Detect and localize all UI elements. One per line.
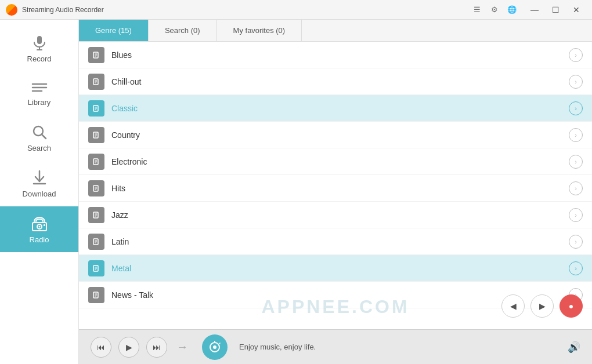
tab-favorites[interactable]: My favorites (0) bbox=[217, 20, 302, 41]
genre-item[interactable]: Electronic› bbox=[79, 148, 592, 175]
genre-arrow-icon: › bbox=[569, 181, 583, 195]
main-layout: Record Library Search bbox=[0, 20, 592, 364]
svg-rect-0 bbox=[37, 36, 42, 44]
sidebar-item-library[interactable]: Library bbox=[0, 71, 78, 115]
genre-name: Blues bbox=[111, 50, 569, 60]
tabs-bar: Genre (15) Search (0) My favorites (0) bbox=[79, 20, 592, 42]
sidebar: Record Library Search bbox=[0, 20, 79, 364]
genre-name: Jazz bbox=[111, 210, 569, 220]
tab-search[interactable]: Search (0) bbox=[149, 20, 217, 41]
window-controls: — ☐ ✕ bbox=[525, 0, 586, 20]
library-icon bbox=[31, 81, 48, 94]
sidebar-item-record[interactable]: Record bbox=[0, 26, 78, 71]
rt-record-button[interactable]: ● bbox=[559, 294, 583, 318]
transport-bar: ⏮ ▶ ⏭ → Enjoy music, enjoy life. 🔊 bbox=[79, 329, 592, 364]
genre-arrow-icon: › bbox=[569, 101, 583, 115]
library-label: Library bbox=[28, 98, 51, 107]
genre-music-icon bbox=[88, 180, 104, 196]
app-logo bbox=[6, 4, 17, 16]
rt-play-button[interactable]: ▶ bbox=[530, 294, 554, 318]
svg-point-12 bbox=[38, 226, 40, 228]
record-label: Record bbox=[27, 54, 52, 63]
transport-tagline: Enjoy music, enjoy life. bbox=[239, 343, 561, 351]
genre-item[interactable]: Metal› bbox=[79, 255, 592, 282]
genre-music-icon bbox=[88, 127, 104, 143]
genre-item[interactable]: Hits› bbox=[79, 175, 592, 202]
genre-name: Hits bbox=[111, 184, 569, 193]
titlebar: Streaming Audio Recorder ☰ ⚙ 🌐 — ☐ ✕ bbox=[0, 0, 592, 20]
arrow-icon: → bbox=[176, 340, 188, 354]
genre-name: Latin bbox=[111, 237, 569, 246]
list-icon[interactable]: ☰ bbox=[469, 2, 485, 18]
svg-point-55 bbox=[213, 345, 216, 349]
content-wrapper: Genre (15) Search (0) My favorites (0) B… bbox=[79, 20, 592, 364]
genre-arrow-icon: › bbox=[569, 208, 583, 222]
next-button[interactable]: ⏭ bbox=[146, 337, 167, 358]
genre-name: Classic bbox=[111, 104, 569, 113]
genre-name: News - Talk bbox=[111, 290, 569, 300]
prev-button[interactable]: ⏮ bbox=[91, 337, 111, 358]
genre-item[interactable]: Classic› bbox=[79, 95, 592, 122]
genre-music-icon bbox=[88, 100, 104, 117]
play-button[interactable]: ▶ bbox=[118, 337, 139, 358]
genre-arrow-icon: › bbox=[569, 155, 583, 169]
svg-line-57 bbox=[219, 343, 221, 344]
genre-music-icon bbox=[88, 234, 104, 250]
titlebar-icons: ☰ ⚙ 🌐 bbox=[469, 2, 520, 18]
settings-icon[interactable]: ⚙ bbox=[486, 2, 503, 18]
genre-name: Chill-out bbox=[111, 77, 569, 86]
genre-arrow-icon: › bbox=[569, 261, 583, 275]
microphone-icon bbox=[31, 35, 48, 51]
download-icon bbox=[31, 170, 48, 186]
genre-arrow-icon: › bbox=[569, 128, 583, 142]
genre-item[interactable]: Blues› bbox=[79, 42, 592, 68]
maximize-button[interactable]: ☐ bbox=[546, 0, 565, 20]
svg-line-7 bbox=[42, 134, 46, 139]
globe-icon[interactable]: 🌐 bbox=[504, 2, 520, 18]
search-label: Search bbox=[27, 144, 51, 152]
genre-item[interactable]: Latin› bbox=[79, 228, 592, 255]
svg-rect-13 bbox=[44, 224, 45, 226]
genre-music-icon bbox=[88, 47, 104, 63]
genre-music-icon bbox=[88, 154, 104, 170]
genre-arrow-icon: › bbox=[569, 48, 583, 62]
right-transport: ◀ ▶ ● bbox=[501, 294, 583, 318]
sidebar-item-search[interactable]: Search bbox=[0, 115, 78, 161]
tab-genre[interactable]: Genre (15) bbox=[79, 20, 149, 41]
genre-arrow-icon: › bbox=[569, 235, 583, 249]
genre-music-icon bbox=[88, 207, 104, 223]
radio-label: Radio bbox=[30, 235, 49, 244]
volume-icon: 🔊 bbox=[568, 341, 580, 354]
genre-music-icon bbox=[88, 74, 104, 90]
search-icon bbox=[31, 124, 48, 140]
content-area: Genre (15) Search (0) My favorites (0) B… bbox=[79, 20, 592, 329]
minimize-button[interactable]: — bbox=[525, 0, 544, 20]
genre-name: Country bbox=[111, 130, 569, 140]
genre-item[interactable]: Country› bbox=[79, 122, 592, 148]
sidebar-item-radio[interactable]: Radio bbox=[0, 206, 78, 252]
genre-music-icon bbox=[88, 260, 104, 276]
app-title: Streaming Audio Recorder bbox=[22, 6, 469, 14]
genre-name: Metal bbox=[111, 264, 569, 273]
logo-play-button[interactable] bbox=[202, 334, 228, 360]
genre-item[interactable]: Jazz› bbox=[79, 202, 592, 228]
genre-list[interactable]: Blues› Chill-out› Classic› Country› Elec… bbox=[79, 42, 592, 329]
genre-name: Electronic bbox=[111, 157, 569, 166]
genre-music-icon bbox=[88, 287, 104, 303]
download-label: Download bbox=[23, 190, 56, 198]
genre-item[interactable]: Chill-out› bbox=[79, 68, 592, 95]
rt-back-button[interactable]: ◀ bbox=[501, 294, 525, 318]
close-button[interactable]: ✕ bbox=[566, 0, 586, 20]
sidebar-item-download[interactable]: Download bbox=[0, 161, 78, 206]
genre-arrow-icon: › bbox=[569, 75, 583, 89]
radio-icon bbox=[31, 216, 48, 232]
